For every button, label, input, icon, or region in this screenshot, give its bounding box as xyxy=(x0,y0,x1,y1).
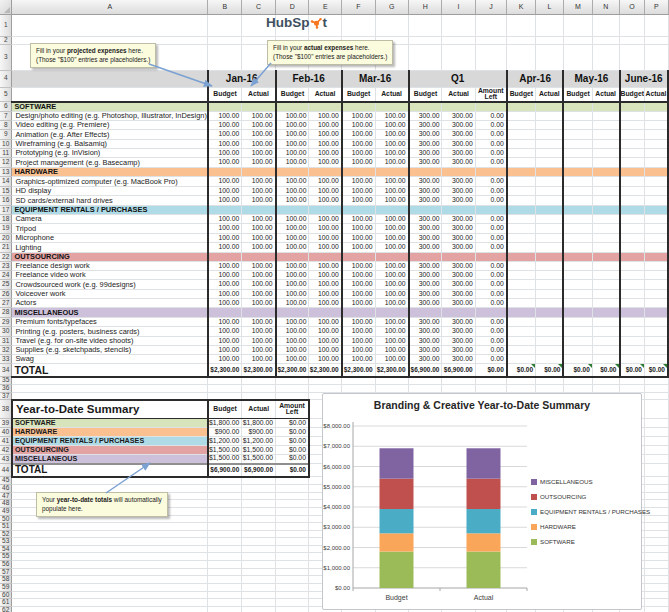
cell-J15[interactable]: 0.00 xyxy=(475,187,507,196)
cell-J26[interactable]: 0.00 xyxy=(475,290,507,299)
cell-C33[interactable]: 100.00 xyxy=(242,355,276,364)
cell-D41[interactable]: $0.00 xyxy=(276,437,309,446)
cell-F14[interactable]: 100.00 xyxy=(342,177,375,187)
cell-P40[interactable] xyxy=(644,428,668,437)
cell-I9[interactable]: 300.00 xyxy=(442,130,475,140)
cell-B27[interactable]: 100.00 xyxy=(208,299,242,308)
cell-B8[interactable]: 100.00 xyxy=(208,121,242,130)
cell-D31[interactable]: 100.00 xyxy=(276,337,309,346)
cell-J2[interactable] xyxy=(475,36,507,44)
cell-D6[interactable] xyxy=(276,102,309,112)
cell-G33[interactable]: 100.00 xyxy=(375,355,408,364)
sub-header-june-16-budget[interactable]: Budget xyxy=(620,87,645,102)
cell-B11[interactable]: 100.00 xyxy=(208,149,242,158)
cell-J35[interactable] xyxy=(475,377,507,385)
cell-J16[interactable]: 0.00 xyxy=(475,196,507,206)
cell-L6[interactable] xyxy=(536,102,564,112)
cell-E18[interactable]: 100.00 xyxy=(309,215,342,224)
cell-M30[interactable] xyxy=(563,327,592,337)
cell-J18[interactable]: 0.00 xyxy=(475,215,507,224)
cell-G28[interactable] xyxy=(375,308,408,318)
cell-L31[interactable] xyxy=(536,337,564,346)
cell-O6[interactable] xyxy=(620,102,645,112)
cell-M28[interactable] xyxy=(563,308,592,318)
cell-I20[interactable]: 300.00 xyxy=(442,234,475,243)
cell-B12[interactable]: 100.00 xyxy=(208,158,242,168)
cell-G18[interactable]: 100.00 xyxy=(375,215,408,224)
cell-O19[interactable] xyxy=(620,224,645,234)
month-header-feb-16[interactable]: Feb-16 xyxy=(276,70,342,87)
cell-A27[interactable]: Actors xyxy=(12,299,208,308)
cell-D22[interactable] xyxy=(276,253,309,262)
cell-C9[interactable]: 100.00 xyxy=(242,130,276,140)
cell-C36[interactable] xyxy=(242,384,276,392)
sub-header-apr-16-actual[interactable]: Actual xyxy=(536,87,564,102)
cell-M21[interactable] xyxy=(563,243,592,253)
cell-I19[interactable]: 300.00 xyxy=(442,224,475,234)
cell-B17[interactable] xyxy=(208,206,242,215)
cell-C48[interactable] xyxy=(242,500,276,508)
cell-L30[interactable] xyxy=(536,327,564,337)
cell-B23[interactable]: 100.00 xyxy=(208,262,242,271)
cell-D25[interactable]: 100.00 xyxy=(276,280,309,290)
ytd-row-label-equipment-rentals-purchases[interactable]: EQUIPMENT RENTALS / PURCHASES xyxy=(12,437,208,446)
cell-D58[interactable] xyxy=(276,576,309,584)
row-header-33[interactable]: 33 xyxy=(0,355,12,364)
cell-D12[interactable]: 100.00 xyxy=(276,158,309,168)
cell-G17[interactable] xyxy=(375,206,408,215)
cell-K7[interactable] xyxy=(507,112,536,121)
col-header-C[interactable]: C xyxy=(242,0,276,14)
ytd-header-amount-left[interactable]: Amount Left xyxy=(276,400,309,419)
cell-D14[interactable]: 100.00 xyxy=(276,177,309,187)
cell-P58[interactable] xyxy=(644,576,668,584)
cell-P62[interactable] xyxy=(644,606,668,612)
cell-D36[interactable] xyxy=(276,384,309,392)
cell-O26[interactable] xyxy=(620,290,645,299)
cell-C39[interactable]: $1,800.00 xyxy=(242,419,276,428)
cell-P35[interactable] xyxy=(644,377,668,385)
cell-G36[interactable] xyxy=(375,384,408,392)
cell-E15[interactable]: 100.00 xyxy=(309,187,342,196)
cell-B48[interactable] xyxy=(208,500,242,508)
sub-header-june-16-actual[interactable]: Actual xyxy=(644,87,668,102)
cell-A31[interactable]: Travel (e.g. for on-site video shoots) xyxy=(12,337,208,346)
cell-P44[interactable] xyxy=(644,464,668,477)
cell-H34[interactable]: $6,900.00 xyxy=(409,364,442,377)
cell-J17[interactable] xyxy=(475,206,507,215)
cell-B59[interactable] xyxy=(208,584,242,592)
row-header-17[interactable]: 17 xyxy=(0,206,12,215)
row-header-38[interactable]: 38 xyxy=(0,400,12,419)
cell-I22[interactable] xyxy=(442,253,475,262)
cell-N23[interactable] xyxy=(592,262,619,271)
cell-P7[interactable] xyxy=(644,112,668,121)
cell-P1[interactable] xyxy=(644,14,668,36)
cell-I3[interactable] xyxy=(442,44,475,70)
cell-G26[interactable]: 100.00 xyxy=(375,290,408,299)
cell-P3[interactable] xyxy=(644,44,668,70)
cell-M35[interactable] xyxy=(563,377,592,385)
cell-I30[interactable]: 300.00 xyxy=(442,327,475,337)
cell-A61[interactable] xyxy=(12,599,208,607)
cell-K28[interactable] xyxy=(507,308,536,318)
cell-N30[interactable] xyxy=(592,327,619,337)
cell-L17[interactable] xyxy=(536,206,564,215)
cell-B44[interactable]: $6,900.00 xyxy=(208,464,242,477)
cell-O17[interactable] xyxy=(620,206,645,215)
cell-K17[interactable] xyxy=(507,206,536,215)
cell-M22[interactable] xyxy=(563,253,592,262)
cell-B13[interactable] xyxy=(208,168,242,177)
cell-O8[interactable] xyxy=(620,121,645,130)
sub-header-jan-16-actual[interactable]: Actual xyxy=(242,87,276,102)
row-header-26[interactable]: 26 xyxy=(0,290,12,299)
cell-P59[interactable] xyxy=(644,584,668,592)
cell-A32[interactable]: Supplies (e.g. sketchpads, stencils) xyxy=(12,346,208,355)
cell-C30[interactable]: 100.00 xyxy=(242,327,276,337)
cell-M10[interactable] xyxy=(563,140,592,149)
cell-I11[interactable]: 300.00 xyxy=(442,149,475,158)
cell-O25[interactable] xyxy=(620,280,645,290)
cell-C27[interactable]: 100.00 xyxy=(242,299,276,308)
cell-F15[interactable]: 100.00 xyxy=(342,187,375,196)
cell-F16[interactable]: 100.00 xyxy=(342,196,375,206)
cell-J1[interactable] xyxy=(475,14,507,36)
cell-H9[interactable]: 300.00 xyxy=(409,130,442,140)
